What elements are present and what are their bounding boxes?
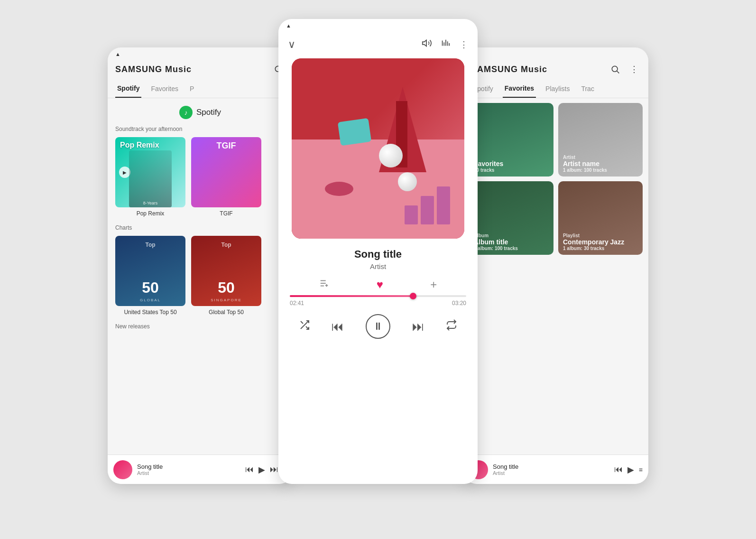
right-phone: ▲ SAMSUNG Music ⋮ Spotify Favorites Play… [463, 47, 648, 484]
album-sublabel: 1 album: 100 tracks [474, 246, 549, 251]
spotify-section: Spotify Soundtrack your afternoon Pop Re… [108, 98, 293, 224]
pop-remix-card[interactable]: Pop Remix ▶ 8-Years Pop Remix [115, 137, 185, 217]
global-chart-img: Top 50 SINGAPORE [191, 236, 261, 306]
song-info: Song title Artist [278, 239, 478, 274]
pop-remix-sublabel: 8-Years [129, 201, 172, 205]
tgif-bg: TGIF [191, 137, 261, 207]
tab-tracks-right[interactable]: Trac [579, 80, 596, 97]
song-title: Song title [278, 248, 478, 260]
global-chart-top-label: Top [191, 242, 261, 248]
player-header-icons: ⋮ [422, 38, 468, 51]
heart-icon[interactable]: ♥ [377, 278, 383, 291]
tab-p-left[interactable]: P [188, 80, 196, 97]
prev-button[interactable]: ⏮ [332, 319, 344, 334]
status-bar-center: ▲ [278, 19, 478, 30]
chevron-down-button[interactable]: ∨ [288, 38, 295, 51]
time-current: 02:41 [290, 300, 304, 307]
player-header: ∨ ⋮ [278, 30, 478, 55]
tab-favorites-left[interactable]: Favorites [149, 80, 180, 97]
samsung-text: SAMSUNG [115, 65, 162, 74]
album-card-label: Album Album title 1 album: 100 tracks [469, 229, 553, 255]
tab-spotify-left[interactable]: Spotify [115, 80, 141, 98]
music-text-right: Music [521, 65, 547, 74]
mini-player-thumb-left [113, 460, 132, 479]
mini-player-artist-left: Artist [137, 470, 240, 476]
mini-player-info-left: Song title Artist [137, 463, 240, 476]
mini-player-left[interactable]: Song title Artist ⏮ ▶ ⏭ ≡ [108, 455, 293, 484]
favorites-title: Favorites [474, 160, 549, 167]
progress-thumb[interactable] [410, 293, 416, 299]
app-title-right: SAMSUNG Music [471, 65, 547, 74]
artist-type: Artist [563, 155, 638, 160]
mini-player-info-right: Song title Artist [493, 463, 609, 476]
more-button-right[interactable]: ⋮ [627, 63, 641, 76]
tab-favorites-right[interactable]: Favorites [503, 80, 536, 98]
left-phone: ▲ SAMSUNG Music Spotify Favorites P [108, 47, 293, 484]
add-icon[interactable]: + [430, 278, 437, 291]
playback-controls: ⏮ ⏸ ⏭ [278, 310, 478, 346]
app-header-right: SAMSUNG Music ⋮ [463, 59, 648, 80]
shape-ball1 [379, 144, 403, 167]
charts-section: Charts Top 50 GLOBAL United States Top 5… [108, 224, 293, 321]
album-title: Album title [474, 238, 549, 246]
tab-bar-left: Spotify Favorites P [108, 80, 293, 98]
repeat-button[interactable] [446, 319, 457, 334]
album-art-container [278, 55, 478, 239]
tgif-card[interactable]: TGIF TGIF [191, 137, 261, 217]
prev-btn-left[interactable]: ⏮ [245, 465, 254, 474]
playlist-sublabel: 1 album: 30 tracks [563, 246, 638, 251]
shuffle-button[interactable] [299, 319, 310, 334]
more-icon-center[interactable]: ⋮ [460, 39, 468, 50]
volume-icon[interactable] [422, 38, 432, 51]
progress-bar[interactable] [290, 295, 466, 297]
tgif-img: TGIF [191, 137, 261, 207]
global-chart-label: Global Top 50 [191, 309, 261, 316]
new-releases-label: New releases [108, 321, 293, 332]
us-chart-img: Top 50 GLOBAL [115, 236, 185, 306]
playlist-card[interactable]: Playlist Contemporary Jazz 1 album: 30 t… [558, 181, 643, 255]
status-bar-right: ▲ [463, 47, 648, 59]
prev-btn-right[interactable]: ⏮ [614, 465, 623, 474]
time-total: 03:20 [452, 300, 466, 307]
artist-card[interactable]: Artist Artist name 1 album: 100 tracks [558, 103, 643, 177]
next-button[interactable]: ⏭ [412, 319, 424, 334]
mini-player-right[interactable]: Song title Artist ⏮ ▶ ≡ [463, 455, 648, 484]
charts-label: Charts [115, 224, 285, 231]
progress-container[interactable]: 02:41 03:20 [278, 295, 478, 307]
artist-card-label: Artist Artist name 1 album: 100 tracks [558, 151, 643, 177]
shape-cylinder [325, 182, 353, 196]
shape-steps [405, 186, 450, 224]
progress-fill [290, 295, 413, 297]
equalizer-icon[interactable] [441, 38, 451, 51]
pause-button[interactable]: ⏸ [366, 314, 390, 339]
play-btn-left[interactable]: ▶ [258, 465, 265, 475]
global-chart-number: 50 [191, 279, 261, 297]
album-type: Album [474, 233, 549, 238]
global-top50-card[interactable]: Top 50 SINGAPORE Global Top 50 [191, 236, 261, 316]
favorites-card[interactable]: Favorites 50 tracks [469, 103, 553, 177]
us-chart-label: United States Top 50 [115, 309, 185, 316]
global-chart-sublabel: SINGAPORE [191, 298, 261, 302]
play-btn-right[interactable]: ▶ [627, 465, 634, 475]
center-phone: ▲ ∨ ⋮ [278, 19, 478, 484]
playlist-add-icon[interactable] [319, 278, 330, 291]
tab-playlists-right[interactable]: Playlists [544, 80, 572, 97]
album-card[interactable]: Album Album title 1 album: 100 tracks [469, 181, 553, 255]
search-button-right[interactable] [608, 63, 622, 76]
spotify-name: Spotify [196, 108, 221, 117]
status-bar-left: ▲ [108, 47, 293, 59]
wifi-icon-center: ▲ [286, 23, 291, 28]
next-btn-left[interactable]: ⏭ [270, 465, 278, 474]
queue-btn-right[interactable]: ≡ [639, 466, 643, 474]
us-top50-card[interactable]: Top 50 GLOBAL United States Top 50 [115, 236, 185, 316]
us-chart-top-label: Top [115, 242, 185, 248]
music-text: Music [165, 65, 192, 74]
album-art [292, 58, 464, 239]
us-chart-number: 50 [115, 279, 185, 297]
tgif-label: TGIF [191, 210, 261, 217]
player-actions: ♥ + [278, 274, 478, 295]
svg-line-17 [617, 71, 619, 74]
soundtrack-label: Soundtrack your afternoon [115, 126, 285, 132]
artist-sublabel: 1 album: 100 tracks [563, 167, 638, 173]
app-title-left: SAMSUNG Music [115, 65, 192, 74]
